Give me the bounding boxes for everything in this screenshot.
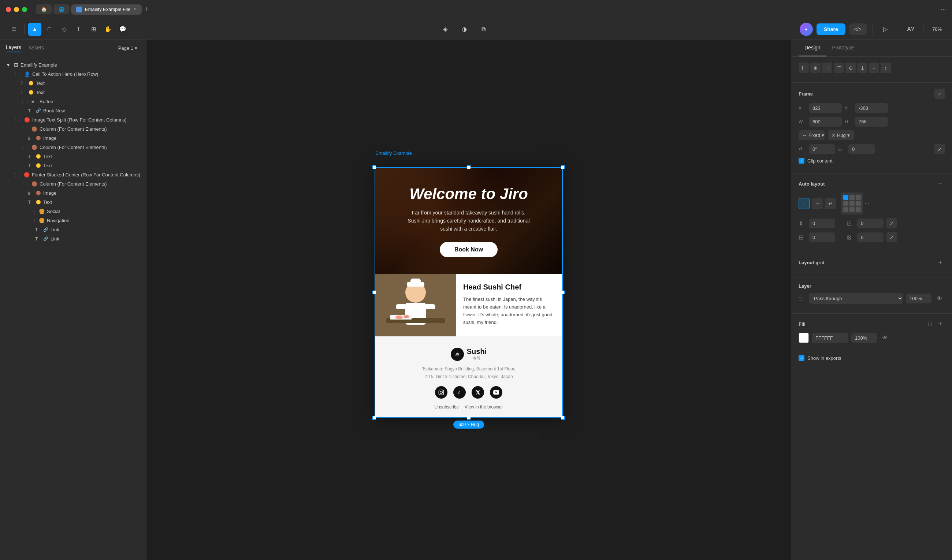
rotation-input[interactable] <box>809 144 835 154</box>
components-tool[interactable]: ⊞ <box>87 23 100 36</box>
layer-text-5[interactable]: T 🟡 Text <box>0 197 146 207</box>
distribute-v-button[interactable]: ↕ <box>881 63 891 73</box>
fill-visibility-button[interactable]: 👁 <box>880 333 890 343</box>
layer-book-now[interactable]: T 🔗 Book Now <box>0 106 146 115</box>
layer-text-3[interactable]: T 🟡 Text <box>0 152 146 161</box>
layer-root[interactable]: ▼ ⊞ Emailify Example <box>0 60 146 69</box>
padding-item-input[interactable] <box>809 232 835 242</box>
align-left-button[interactable]: ⊢ <box>799 63 809 73</box>
minimize-button[interactable] <box>14 7 19 12</box>
canvas[interactable]: Emailify Example <box>147 40 791 560</box>
fill-add-button[interactable]: + <box>936 319 945 328</box>
layout-button[interactable]: ⧉ <box>477 23 490 36</box>
titlebar-more[interactable]: ··· <box>941 6 946 13</box>
fullscreen-button[interactable] <box>22 7 27 12</box>
align-top-button[interactable]: ⊤ <box>834 63 844 73</box>
tab-prototype[interactable]: Prototype <box>827 40 860 56</box>
instagram-icon[interactable] <box>435 386 447 399</box>
fill-hex-input[interactable] <box>812 333 848 343</box>
layer-image-1[interactable]: # 🟤 Image <box>0 134 146 143</box>
frame-resize-button[interactable]: ⤢ <box>934 89 945 99</box>
facebook-icon[interactable]: f <box>453 386 466 399</box>
hero-cta-button[interactable]: Book Now <box>440 242 498 257</box>
tab-close-button[interactable]: ✕ <box>133 7 137 12</box>
code-button[interactable]: </> <box>849 23 867 35</box>
shapes-tool[interactable]: ◇ <box>57 23 71 36</box>
x-twitter-icon[interactable] <box>471 386 484 399</box>
layer-text-1[interactable]: T 🟡 Text <box>0 79 146 88</box>
layer-visibility-button[interactable]: 👁 <box>934 293 945 304</box>
layout-grid-add-button[interactable]: + <box>936 258 945 267</box>
clip-content-checkbox[interactable] <box>799 158 804 164</box>
tab-layers[interactable]: Layers <box>6 44 21 52</box>
align-bottom-button[interactable]: ⊥ <box>857 63 867 73</box>
move-tool[interactable]: ▲ <box>28 23 42 36</box>
page-selector[interactable]: Page 1 ▾ <box>115 44 140 52</box>
unsubscribe-link[interactable]: Unsubscribe <box>434 404 459 410</box>
frame-tool[interactable]: □ <box>43 23 56 36</box>
globe-tab[interactable]: 🌐 <box>54 5 70 14</box>
comment-tool[interactable]: 💬 <box>116 23 129 36</box>
opacity-input[interactable] <box>906 293 932 304</box>
direction-right-button[interactable]: → <box>812 198 823 209</box>
blend-mode-select[interactable]: Pass through <box>809 293 903 304</box>
layer-col-1[interactable]: ⋮⋮ 🟤 Column (For Content Elements) <box>0 125 146 134</box>
view-browser-link[interactable]: View in the browser <box>465 404 503 410</box>
layer-hero-row[interactable]: ⋮⋮ 👤 Call To Action Hero (Hero Row) <box>0 69 146 79</box>
hug-button[interactable]: ✕ Hug ▾ <box>828 130 854 140</box>
layer-footer[interactable]: ⋮⋮ 🔴 Footer Stacked Center (Row For Cont… <box>0 170 146 179</box>
home-tab[interactable]: 🏠 <box>36 5 52 14</box>
distribute-h-button[interactable]: ↔ <box>869 63 879 73</box>
layer-text-2[interactable]: T 🟡 Text <box>0 88 146 97</box>
w-input[interactable] <box>809 117 842 127</box>
resize-mode-button[interactable]: ⤢ <box>934 144 945 154</box>
direction-wrap-button[interactable]: ↩ <box>825 198 836 209</box>
autolayout-remove-button[interactable]: − <box>936 179 945 188</box>
direction-down-button[interactable]: ↓ <box>799 198 810 209</box>
fill-style-button[interactable]: ⁞⁞ <box>926 319 934 328</box>
share-button[interactable]: Share <box>816 23 845 35</box>
fill-color-swatch[interactable] <box>799 333 809 343</box>
accessibility-button[interactable]: A? <box>904 23 917 36</box>
contrast-button[interactable]: ◑ <box>458 23 471 36</box>
layer-split[interactable]: ⋮⋮ 🔴 Image Text Split (Row For Content C… <box>0 115 146 125</box>
play-button[interactable]: ▷ <box>879 23 892 36</box>
layer-text-4[interactable]: T 🟡 Text <box>0 161 146 170</box>
email-frame[interactable]: Welcome to Jiro Far from your standard t… <box>375 168 562 417</box>
padding-right-input[interactable] <box>857 232 884 242</box>
layer-col-2[interactable]: ⋮⋮ 🟤 Column (For Content Elements) <box>0 143 146 152</box>
y-input[interactable] <box>855 103 888 113</box>
padding-more-button[interactable]: ⤢ <box>887 218 897 228</box>
layer-social[interactable]: ⋮⋮ 🍔 Social <box>0 207 146 216</box>
h-input[interactable] <box>855 117 888 127</box>
align-center-h-button[interactable]: ⊕ <box>810 63 821 73</box>
hand-tool[interactable]: ✋ <box>101 23 114 36</box>
x-input[interactable] <box>809 103 842 113</box>
layer-link-2[interactable]: T 🔗 Link <box>0 234 146 244</box>
alignment-grid[interactable] <box>841 193 863 214</box>
youtube-icon[interactable] <box>490 386 502 399</box>
tab-assets[interactable]: Assets <box>29 45 44 52</box>
padding-right-more-button[interactable]: ⤢ <box>887 232 897 242</box>
layer-col-3[interactable]: ⋮⋮ 🟤 Column (For Content Elements) <box>0 179 146 188</box>
file-tab[interactable]: Emailify Example File ✕ <box>71 5 142 15</box>
show-in-exports-checkbox[interactable] <box>799 355 804 361</box>
close-button[interactable] <box>6 7 11 12</box>
text-tool[interactable]: T <box>72 23 85 36</box>
avatar[interactable]: ● <box>800 23 813 36</box>
corner-radius-input[interactable] <box>848 144 875 154</box>
fixed-button[interactable]: ↔ Fixed ▾ <box>799 130 825 140</box>
padding-input[interactable] <box>857 219 884 228</box>
plugins-button[interactable]: ◈ <box>439 23 452 36</box>
new-tab-button[interactable]: + <box>145 6 149 13</box>
layer-navigation[interactable]: ⋮⋮ 🍔 Navigation <box>0 216 146 225</box>
layer-image-2[interactable]: # 🟤 Image <box>0 188 146 197</box>
zoom-button[interactable]: 78% <box>929 25 945 33</box>
autolayout-more-button[interactable]: ··· <box>864 200 869 207</box>
layer-link-1[interactable]: T 🔗 Link <box>0 225 146 234</box>
gap-input[interactable] <box>809 219 835 228</box>
align-center-v-button[interactable]: ⊖ <box>845 63 856 73</box>
fill-opacity-input[interactable] <box>851 333 877 343</box>
align-right-button[interactable]: ⊣ <box>822 63 832 73</box>
menu-button[interactable]: ☰ <box>7 23 20 36</box>
